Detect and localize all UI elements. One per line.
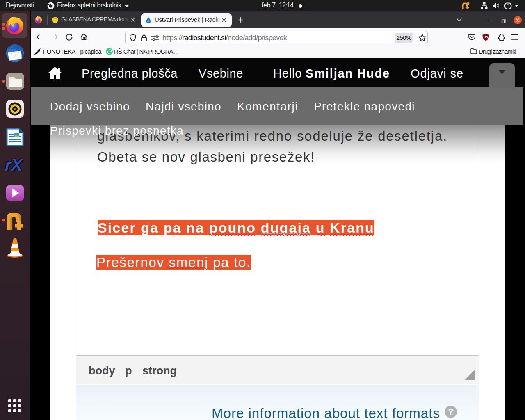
svg-text:UO: UO: [484, 36, 488, 39]
